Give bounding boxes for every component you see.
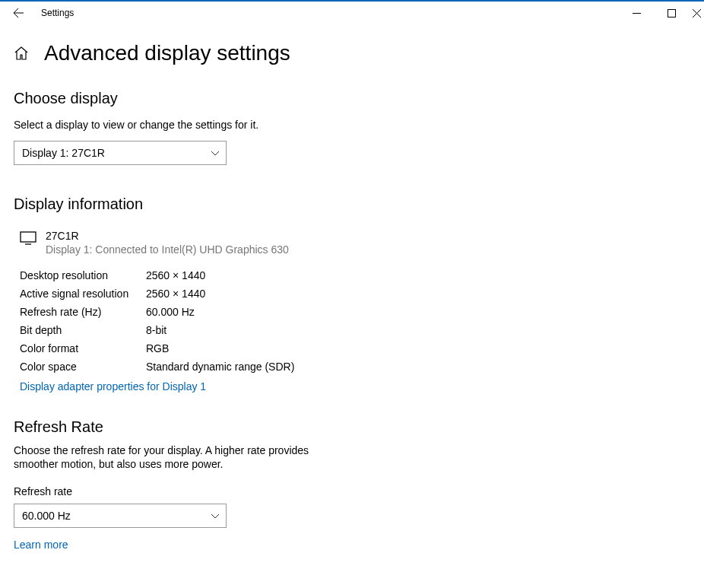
minimize-button[interactable] bbox=[619, 2, 654, 24]
close-icon bbox=[693, 9, 701, 17]
learn-more-link[interactable]: Learn more bbox=[14, 539, 68, 551]
info-label: Color space bbox=[20, 361, 146, 373]
minimize-icon bbox=[633, 9, 641, 17]
info-label: Refresh rate (Hz) bbox=[20, 306, 146, 318]
info-label: Color format bbox=[20, 342, 146, 354]
adapter-properties-link[interactable]: Display adapter properties for Display 1 bbox=[14, 380, 206, 393]
display-select-value: Display 1: 27C1R bbox=[22, 147, 105, 159]
display-info-table: Desktop resolution2560 × 1440 Active sig… bbox=[14, 269, 690, 373]
window-title: Settings bbox=[41, 8, 74, 18]
info-value: RGB bbox=[146, 342, 169, 354]
close-button[interactable] bbox=[689, 2, 704, 24]
back-button[interactable] bbox=[6, 2, 30, 24]
display-name-block: 27C1R Display 1: Connected to Intel(R) U… bbox=[46, 230, 289, 256]
info-value: Standard dynamic range (SDR) bbox=[146, 361, 294, 373]
display-name: 27C1R bbox=[46, 230, 289, 242]
chevron-down-icon bbox=[211, 511, 220, 520]
display-select[interactable]: Display 1: 27C1R bbox=[14, 141, 227, 165]
choose-display-heading: Choose display bbox=[14, 90, 690, 107]
table-row: Desktop resolution2560 × 1440 bbox=[20, 269, 690, 281]
refresh-rate-field-label: Refresh rate bbox=[14, 485, 690, 497]
home-button[interactable] bbox=[14, 46, 33, 61]
refresh-rate-description: Choose the refresh rate for your display… bbox=[14, 443, 333, 471]
table-row: Color formatRGB bbox=[20, 342, 690, 354]
refresh-rate-heading: Refresh Rate bbox=[14, 418, 690, 436]
maximize-icon bbox=[668, 9, 676, 17]
choose-display-subtext: Select a display to view or change the s… bbox=[14, 118, 690, 132]
window-controls bbox=[619, 2, 704, 24]
page-title: Advanced display settings bbox=[44, 41, 290, 65]
table-row: Color spaceStandard dynamic range (SDR) bbox=[20, 361, 690, 373]
info-label: Active signal resolution bbox=[20, 288, 146, 300]
table-row: Refresh rate (Hz)60.000 Hz bbox=[20, 306, 690, 318]
display-info-heading: Display information bbox=[14, 195, 690, 213]
info-value: 60.000 Hz bbox=[146, 306, 195, 318]
table-row: Active signal resolution2560 × 1440 bbox=[20, 288, 690, 300]
info-label: Desktop resolution bbox=[20, 269, 146, 281]
table-row: Bit depth8-bit bbox=[20, 324, 690, 336]
svg-rect-0 bbox=[668, 9, 675, 17]
home-icon bbox=[14, 46, 29, 61]
info-label: Bit depth bbox=[20, 324, 146, 336]
arrow-left-icon bbox=[12, 7, 24, 19]
refresh-rate-select[interactable]: 60.000 Hz bbox=[14, 504, 227, 528]
maximize-button[interactable] bbox=[654, 2, 689, 24]
refresh-rate-select-value: 60.000 Hz bbox=[22, 510, 71, 522]
monitor-icon-wrap bbox=[20, 230, 46, 245]
svg-rect-1 bbox=[21, 232, 36, 242]
display-connection: Display 1: Connected to Intel(R) UHD Gra… bbox=[46, 243, 289, 256]
monitor-icon bbox=[20, 231, 36, 245]
chevron-down-icon bbox=[211, 148, 220, 157]
info-value: 2560 × 1440 bbox=[146, 269, 205, 281]
display-info-header: 27C1R Display 1: Connected to Intel(R) U… bbox=[14, 230, 690, 256]
page-header: Advanced display settings bbox=[14, 41, 690, 65]
info-value: 8-bit bbox=[146, 324, 166, 336]
window-titlebar: Settings bbox=[0, 0, 704, 24]
info-value: 2560 × 1440 bbox=[146, 288, 205, 300]
content-area: Advanced display settings Choose display… bbox=[0, 24, 704, 577]
